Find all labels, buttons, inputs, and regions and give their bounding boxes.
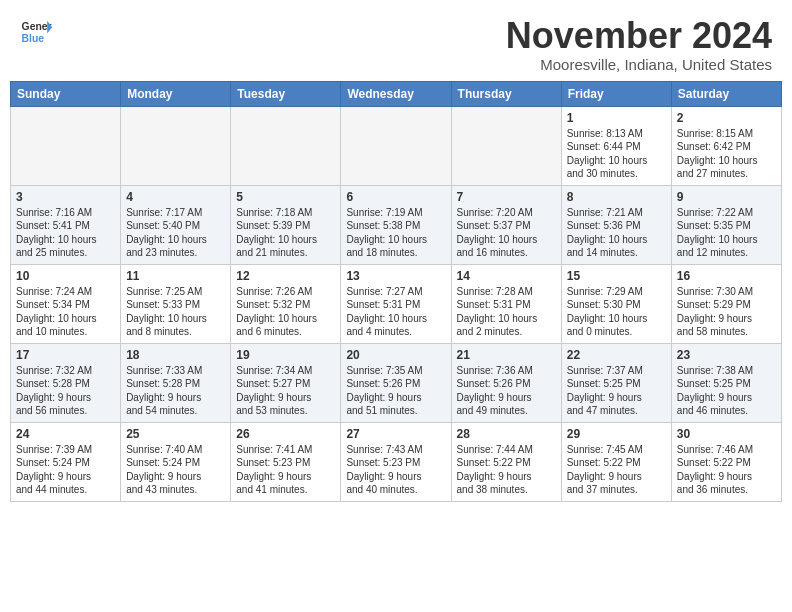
day-number: 25 [126, 427, 225, 441]
day-info: Sunrise: 7:39 AMSunset: 5:24 PMDaylight:… [16, 443, 115, 497]
day-number: 21 [457, 348, 556, 362]
day-info: Sunrise: 7:16 AMSunset: 5:41 PMDaylight:… [16, 206, 115, 260]
day-number: 9 [677, 190, 776, 204]
calendar-cell: 24Sunrise: 7:39 AMSunset: 5:24 PMDayligh… [11, 422, 121, 501]
calendar-row-2: 3Sunrise: 7:16 AMSunset: 5:41 PMDaylight… [11, 185, 782, 264]
title-block: November 2024 Mooresville, Indiana, Unit… [506, 16, 772, 73]
calendar-wrapper: SundayMondayTuesdayWednesdayThursdayFrid… [0, 81, 792, 512]
day-number: 29 [567, 427, 666, 441]
day-info: Sunrise: 7:38 AMSunset: 5:25 PMDaylight:… [677, 364, 776, 418]
calendar-cell: 11Sunrise: 7:25 AMSunset: 5:33 PMDayligh… [121, 264, 231, 343]
day-number: 27 [346, 427, 445, 441]
calendar-cell: 4Sunrise: 7:17 AMSunset: 5:40 PMDaylight… [121, 185, 231, 264]
calendar-cell: 9Sunrise: 7:22 AMSunset: 5:35 PMDaylight… [671, 185, 781, 264]
page-header: General Blue November 2024 Mooresville, … [0, 0, 792, 81]
calendar-cell: 22Sunrise: 7:37 AMSunset: 5:25 PMDayligh… [561, 343, 671, 422]
day-number: 28 [457, 427, 556, 441]
calendar-cell [11, 106, 121, 185]
day-info: Sunrise: 7:40 AMSunset: 5:24 PMDaylight:… [126, 443, 225, 497]
calendar-cell: 25Sunrise: 7:40 AMSunset: 5:24 PMDayligh… [121, 422, 231, 501]
day-info: Sunrise: 7:17 AMSunset: 5:40 PMDaylight:… [126, 206, 225, 260]
calendar-row-4: 17Sunrise: 7:32 AMSunset: 5:28 PMDayligh… [11, 343, 782, 422]
day-number: 20 [346, 348, 445, 362]
col-header-tuesday: Tuesday [231, 81, 341, 106]
day-info: Sunrise: 7:24 AMSunset: 5:34 PMDaylight:… [16, 285, 115, 339]
day-info: Sunrise: 8:15 AMSunset: 6:42 PMDaylight:… [677, 127, 776, 181]
day-info: Sunrise: 7:28 AMSunset: 5:31 PMDaylight:… [457, 285, 556, 339]
day-info: Sunrise: 7:18 AMSunset: 5:39 PMDaylight:… [236, 206, 335, 260]
day-info: Sunrise: 7:25 AMSunset: 5:33 PMDaylight:… [126, 285, 225, 339]
day-number: 17 [16, 348, 115, 362]
calendar-cell: 2Sunrise: 8:15 AMSunset: 6:42 PMDaylight… [671, 106, 781, 185]
day-info: Sunrise: 7:44 AMSunset: 5:22 PMDaylight:… [457, 443, 556, 497]
day-number: 11 [126, 269, 225, 283]
calendar-table: SundayMondayTuesdayWednesdayThursdayFrid… [10, 81, 782, 502]
day-info: Sunrise: 7:34 AMSunset: 5:27 PMDaylight:… [236, 364, 335, 418]
day-info: Sunrise: 7:27 AMSunset: 5:31 PMDaylight:… [346, 285, 445, 339]
day-number: 6 [346, 190, 445, 204]
calendar-row-5: 24Sunrise: 7:39 AMSunset: 5:24 PMDayligh… [11, 422, 782, 501]
col-header-saturday: Saturday [671, 81, 781, 106]
day-info: Sunrise: 7:26 AMSunset: 5:32 PMDaylight:… [236, 285, 335, 339]
calendar-cell: 21Sunrise: 7:36 AMSunset: 5:26 PMDayligh… [451, 343, 561, 422]
day-number: 19 [236, 348, 335, 362]
col-header-thursday: Thursday [451, 81, 561, 106]
calendar-cell: 19Sunrise: 7:34 AMSunset: 5:27 PMDayligh… [231, 343, 341, 422]
calendar-cell: 28Sunrise: 7:44 AMSunset: 5:22 PMDayligh… [451, 422, 561, 501]
svg-text:Blue: Blue [22, 33, 45, 44]
col-header-monday: Monday [121, 81, 231, 106]
day-number: 18 [126, 348, 225, 362]
calendar-cell: 5Sunrise: 7:18 AMSunset: 5:39 PMDaylight… [231, 185, 341, 264]
calendar-cell: 15Sunrise: 7:29 AMSunset: 5:30 PMDayligh… [561, 264, 671, 343]
day-info: Sunrise: 7:30 AMSunset: 5:29 PMDaylight:… [677, 285, 776, 339]
day-info: Sunrise: 7:19 AMSunset: 5:38 PMDaylight:… [346, 206, 445, 260]
col-header-wednesday: Wednesday [341, 81, 451, 106]
day-info: Sunrise: 7:35 AMSunset: 5:26 PMDaylight:… [346, 364, 445, 418]
location: Mooresville, Indiana, United States [506, 56, 772, 73]
day-number: 15 [567, 269, 666, 283]
calendar-cell: 26Sunrise: 7:41 AMSunset: 5:23 PMDayligh… [231, 422, 341, 501]
day-number: 12 [236, 269, 335, 283]
day-number: 5 [236, 190, 335, 204]
day-number: 3 [16, 190, 115, 204]
day-number: 13 [346, 269, 445, 283]
logo: General Blue [20, 16, 52, 48]
day-number: 7 [457, 190, 556, 204]
day-info: Sunrise: 7:29 AMSunset: 5:30 PMDaylight:… [567, 285, 666, 339]
day-number: 22 [567, 348, 666, 362]
day-number: 23 [677, 348, 776, 362]
calendar-cell: 27Sunrise: 7:43 AMSunset: 5:23 PMDayligh… [341, 422, 451, 501]
day-info: Sunrise: 7:45 AMSunset: 5:22 PMDaylight:… [567, 443, 666, 497]
calendar-cell: 7Sunrise: 7:20 AMSunset: 5:37 PMDaylight… [451, 185, 561, 264]
calendar-cell: 17Sunrise: 7:32 AMSunset: 5:28 PMDayligh… [11, 343, 121, 422]
calendar-cell [451, 106, 561, 185]
day-info: Sunrise: 7:43 AMSunset: 5:23 PMDaylight:… [346, 443, 445, 497]
day-number: 16 [677, 269, 776, 283]
calendar-cell [341, 106, 451, 185]
calendar-cell: 23Sunrise: 7:38 AMSunset: 5:25 PMDayligh… [671, 343, 781, 422]
day-info: Sunrise: 7:22 AMSunset: 5:35 PMDaylight:… [677, 206, 776, 260]
col-header-sunday: Sunday [11, 81, 121, 106]
day-info: Sunrise: 7:20 AMSunset: 5:37 PMDaylight:… [457, 206, 556, 260]
day-number: 1 [567, 111, 666, 125]
calendar-header-row: SundayMondayTuesdayWednesdayThursdayFrid… [11, 81, 782, 106]
day-info: Sunrise: 7:41 AMSunset: 5:23 PMDaylight:… [236, 443, 335, 497]
calendar-cell [231, 106, 341, 185]
day-info: Sunrise: 8:13 AMSunset: 6:44 PMDaylight:… [567, 127, 666, 181]
month-title: November 2024 [506, 16, 772, 56]
day-number: 14 [457, 269, 556, 283]
day-number: 10 [16, 269, 115, 283]
calendar-cell: 14Sunrise: 7:28 AMSunset: 5:31 PMDayligh… [451, 264, 561, 343]
calendar-cell: 13Sunrise: 7:27 AMSunset: 5:31 PMDayligh… [341, 264, 451, 343]
day-number: 26 [236, 427, 335, 441]
day-number: 8 [567, 190, 666, 204]
day-number: 2 [677, 111, 776, 125]
day-info: Sunrise: 7:36 AMSunset: 5:26 PMDaylight:… [457, 364, 556, 418]
day-info: Sunrise: 7:37 AMSunset: 5:25 PMDaylight:… [567, 364, 666, 418]
day-info: Sunrise: 7:46 AMSunset: 5:22 PMDaylight:… [677, 443, 776, 497]
col-header-friday: Friday [561, 81, 671, 106]
day-info: Sunrise: 7:32 AMSunset: 5:28 PMDaylight:… [16, 364, 115, 418]
calendar-cell: 1Sunrise: 8:13 AMSunset: 6:44 PMDaylight… [561, 106, 671, 185]
calendar-cell: 6Sunrise: 7:19 AMSunset: 5:38 PMDaylight… [341, 185, 451, 264]
calendar-cell: 8Sunrise: 7:21 AMSunset: 5:36 PMDaylight… [561, 185, 671, 264]
